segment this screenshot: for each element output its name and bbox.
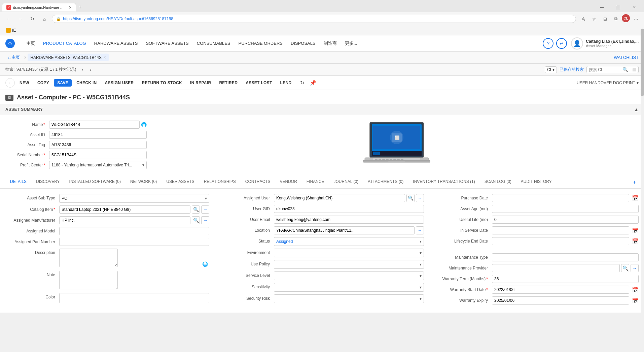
lifecycle-calendar-icon[interactable]: 📅 bbox=[632, 238, 639, 245]
sensitivity-select[interactable]: ▾ bbox=[274, 283, 424, 292]
nav-purchase-orders[interactable]: PURCHASE ORDERS bbox=[235, 39, 286, 47]
reader-view-button[interactable]: 𝔸 bbox=[579, 14, 588, 24]
maintenance-provider-field[interactable] bbox=[492, 264, 620, 272]
scrollbar-thumb[interactable] bbox=[641, 29, 644, 96]
tab-finance[interactable]: FINANCE bbox=[302, 177, 329, 189]
minimize-button[interactable]: — bbox=[594, 2, 610, 12]
retired-button[interactable]: RETIRED bbox=[216, 79, 241, 87]
maximize-button[interactable]: ⬜ bbox=[610, 2, 626, 12]
add-tab-button[interactable]: + bbox=[630, 177, 639, 188]
user-gid-field[interactable] bbox=[274, 205, 424, 213]
manufacturer-search-icon[interactable]: 🔍 bbox=[192, 216, 200, 224]
breadcrumb-close[interactable]: × bbox=[104, 55, 106, 60]
tab-relationships[interactable]: RELATIONSHIPS bbox=[199, 177, 241, 189]
tab-user-assets[interactable]: USER ASSETS bbox=[162, 177, 199, 189]
environment-select[interactable]: ▾ bbox=[274, 249, 424, 257]
tab-audit-history[interactable]: AUDIT HISTORY bbox=[516, 177, 557, 189]
app-logo[interactable]: ⊙ bbox=[5, 39, 15, 48]
in-repair-button[interactable]: IN REPAIR bbox=[187, 79, 214, 87]
pin-icon-button[interactable]: 📌 bbox=[308, 78, 318, 88]
description-field[interactable] bbox=[59, 249, 118, 267]
name-globe-icon[interactable]: 🌐 bbox=[141, 122, 147, 127]
search-prev-button[interactable]: ‹ bbox=[79, 66, 86, 73]
asset-sub-type-select[interactable]: PC ▾ bbox=[59, 194, 209, 203]
url-bar[interactable]: 🔒 https://itsm.yanfeng.com/HEAT/Default.… bbox=[52, 15, 576, 23]
tab-contracts[interactable]: CONTRACTS bbox=[241, 177, 275, 189]
favorites-ie[interactable]: IE bbox=[3, 27, 19, 33]
help-button[interactable]: ? bbox=[543, 38, 553, 49]
user-profile-icon[interactable]: 👤 bbox=[571, 37, 583, 50]
useful-life-field[interactable] bbox=[492, 216, 639, 224]
warranty-start-calendar-icon[interactable]: 📅 bbox=[632, 287, 639, 293]
in-service-calendar-icon[interactable]: 📅 bbox=[632, 227, 639, 234]
profit-center-select[interactable]: 1188 - Yanfeng International Automotive … bbox=[49, 161, 147, 169]
service-level-select[interactable]: ▾ bbox=[274, 271, 424, 280]
note-field[interactable] bbox=[59, 271, 118, 289]
nav-consumables[interactable]: CONSUMABLES bbox=[193, 39, 234, 47]
purchase-date-field[interactable] bbox=[492, 194, 629, 202]
asset-tag-field[interactable] bbox=[49, 141, 147, 149]
refresh-icon-button[interactable]: ↻ bbox=[297, 78, 307, 88]
security-risk-select[interactable]: ▾ bbox=[274, 294, 424, 303]
lifecycle-end-field[interactable] bbox=[492, 237, 629, 245]
warranty-expiry-calendar-icon[interactable]: 📅 bbox=[632, 297, 639, 304]
tab-details[interactable]: DETAILS bbox=[5, 177, 31, 189]
tab-vendor[interactable]: VENDOR bbox=[275, 177, 301, 189]
status-select[interactable]: Assigned ▾ bbox=[274, 237, 424, 246]
refresh-button[interactable]: ↻ bbox=[28, 14, 37, 24]
new-button[interactable]: NEW bbox=[16, 79, 33, 87]
assigned-user-search-icon[interactable]: 🔍 bbox=[406, 194, 415, 202]
nav-product-catalog[interactable]: PRODUCT CATALOG bbox=[40, 39, 90, 47]
save-button[interactable]: SAVE bbox=[54, 79, 72, 87]
serial-number-field[interactable] bbox=[49, 151, 147, 159]
asset-lost-button[interactable]: ASSET LOST bbox=[242, 79, 275, 87]
location-link-icon[interactable]: → bbox=[416, 226, 424, 234]
page-scrollbar[interactable] bbox=[641, 29, 644, 313]
checkin-button[interactable]: CHECK IN bbox=[73, 79, 100, 87]
maintenance-provider-link-icon[interactable]: → bbox=[631, 264, 639, 272]
color-field[interactable] bbox=[59, 293, 209, 303]
catalog-item-search-icon[interactable]: 🔍 bbox=[192, 205, 200, 214]
user-email-field[interactable] bbox=[274, 216, 424, 224]
search-type-dropdown[interactable]: CI ▾ bbox=[545, 66, 557, 73]
favorites-button[interactable]: ☆ bbox=[589, 14, 599, 24]
forward-button[interactable]: → bbox=[15, 14, 25, 24]
use-policy-select[interactable]: ▾ bbox=[274, 260, 424, 269]
purchase-date-calendar-icon[interactable]: 📅 bbox=[632, 195, 639, 201]
handover-button[interactable]: USER HANDOVER DOC PRINT ▾ bbox=[577, 81, 639, 85]
catalog-item-field[interactable] bbox=[59, 205, 190, 214]
tab-attachments[interactable]: ATTACHMENTS (0) bbox=[363, 177, 408, 189]
assign-user-button[interactable]: ASSIGN USER bbox=[102, 79, 137, 87]
user-avatar[interactable]: CL bbox=[622, 14, 630, 22]
tab-scan-log[interactable]: SCAN LOG (0) bbox=[480, 177, 516, 189]
assigned-model-field[interactable] bbox=[59, 227, 209, 235]
assigned-user-field[interactable] bbox=[274, 194, 405, 202]
saved-search-label[interactable]: 已保存的搜索 bbox=[560, 67, 584, 72]
warranty-term-field[interactable] bbox=[492, 275, 639, 283]
name-field[interactable] bbox=[49, 121, 140, 129]
assigned-part-number-field[interactable] bbox=[59, 238, 209, 246]
assigned-manufacturer-field[interactable] bbox=[59, 216, 190, 224]
lend-button[interactable]: LEND bbox=[277, 79, 295, 87]
manufacturer-link-icon[interactable]: → bbox=[201, 216, 209, 224]
tab-discovery[interactable]: DISCOVERY bbox=[31, 177, 64, 189]
assigned-user-link-icon[interactable]: → bbox=[416, 194, 424, 202]
search-input[interactable] bbox=[587, 67, 620, 73]
extensions-button[interactable]: ⧉ bbox=[611, 14, 620, 24]
nav-hardware-assets[interactable]: HARDWARE ASSETS bbox=[91, 39, 141, 47]
tab-installed-software[interactable]: INSTALLED SOFTWARE (0) bbox=[65, 177, 126, 189]
in-service-date-field[interactable] bbox=[492, 226, 629, 234]
search-submit-button[interactable]: 🔍 bbox=[620, 66, 630, 73]
tab-network[interactable]: NETWORK (0) bbox=[126, 177, 162, 189]
settings-button[interactable]: ⋯ bbox=[631, 14, 641, 24]
summary-toggle-button[interactable]: ▲ bbox=[634, 107, 639, 112]
search-clear-button[interactable]: ⬜ bbox=[630, 67, 638, 72]
breadcrumb-home[interactable]: ⌂ 主页 bbox=[5, 53, 23, 62]
active-tab[interactable]: Y itsm.yanfeng.com:Hardware Ass... × bbox=[2, 3, 76, 11]
maintenance-type-field[interactable] bbox=[492, 253, 639, 261]
close-window-button[interactable]: ✕ bbox=[627, 2, 642, 12]
nav-disposals[interactable]: DISPOSALS bbox=[287, 39, 319, 47]
return-to-stock-button[interactable]: RETURN TO STOCK bbox=[139, 79, 185, 87]
nav-software-assets[interactable]: SOFTWARE ASSETS bbox=[142, 39, 192, 47]
back-button[interactable]: ← bbox=[3, 14, 13, 24]
